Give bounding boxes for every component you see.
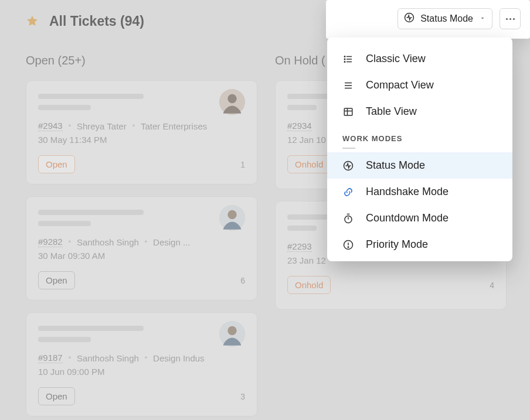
alert-icon bbox=[342, 240, 354, 250]
more-button[interactable] bbox=[500, 8, 521, 29]
activity-icon bbox=[342, 161, 354, 171]
menu-item-label: Countdown Mode bbox=[366, 212, 449, 224]
menu-item-label: Compact View bbox=[366, 79, 434, 91]
chevron-down-icon bbox=[479, 13, 486, 24]
link-icon bbox=[342, 187, 354, 197]
menu-item-priority-mode[interactable]: Priority Mode bbox=[327, 231, 512, 258]
menu-item-label: Classic View bbox=[366, 53, 426, 65]
menu-item-label: Table View bbox=[366, 105, 417, 118]
menu-item-label: Status Mode bbox=[366, 159, 425, 172]
list-icon bbox=[342, 54, 354, 64]
menu-item-label: Handshake Mode bbox=[366, 186, 449, 198]
menu-item-classic-view[interactable]: Classic View bbox=[327, 46, 512, 72]
status-mode-button[interactable]: Status Mode bbox=[398, 8, 492, 29]
menu-item-compact-view[interactable]: Compact View bbox=[327, 72, 512, 98]
status-mode-label: Status Mode bbox=[420, 13, 473, 24]
menu-item-table-view[interactable]: Table View bbox=[327, 98, 512, 125]
menu-item-handshake-mode[interactable]: Handshake Mode bbox=[327, 179, 512, 205]
svg-point-25 bbox=[348, 247, 349, 248]
svg-point-12 bbox=[344, 61, 345, 62]
menu-item-countdown-mode[interactable]: Countdown Mode bbox=[327, 205, 512, 231]
svg-rect-16 bbox=[344, 108, 352, 115]
menu-icon bbox=[342, 80, 354, 91]
stopwatch-icon bbox=[342, 213, 354, 224]
view-mode-menu: Classic View Compact View Table View WOR… bbox=[327, 37, 512, 261]
ellipsis-icon bbox=[506, 18, 515, 20]
svg-point-10 bbox=[344, 56, 345, 57]
menu-section-header: WORK MODES bbox=[327, 125, 512, 152]
activity-icon bbox=[404, 12, 415, 25]
view-switcher-panel: Status Mode bbox=[326, 0, 530, 39]
menu-item-status-mode[interactable]: Status Mode bbox=[327, 152, 512, 179]
table-icon bbox=[342, 107, 354, 117]
menu-item-label: Priority Mode bbox=[366, 238, 428, 251]
svg-point-11 bbox=[344, 59, 345, 60]
